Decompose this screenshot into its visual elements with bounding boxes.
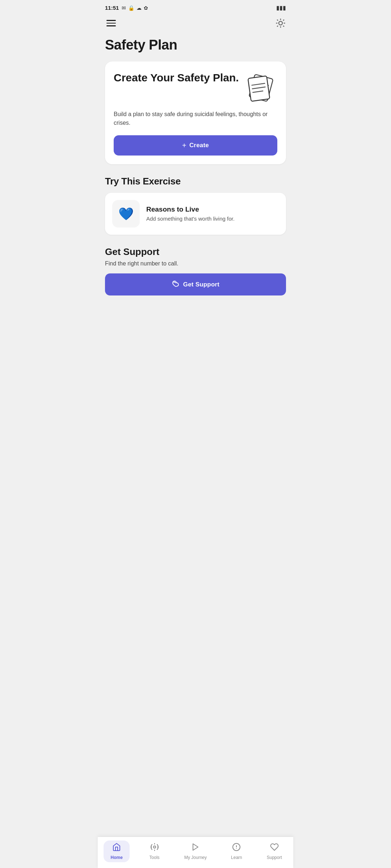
get-support-button[interactable]: Get Support (105, 273, 286, 295)
svg-marker-18 (193, 844, 198, 850)
nav-item-support[interactable]: Support (261, 841, 287, 862)
status-bar-right: ▮▮▮ (276, 4, 286, 11)
nav-label-learn: Learn (231, 855, 242, 860)
exercise-section-title: Try This Exercise (105, 176, 286, 187)
exercise-card[interactable]: 💙 Reasons to Live Add something that's w… (105, 193, 286, 235)
cloud-icon: ☁ (136, 5, 142, 11)
svg-point-0 (279, 21, 282, 25)
svg-point-17 (154, 846, 156, 848)
heart-outline-icon (172, 280, 180, 289)
create-button[interactable]: + Create (114, 135, 277, 156)
top-nav (98, 14, 293, 34)
hamburger-line-3 (106, 25, 116, 26)
tools-icon (150, 843, 159, 854)
svg-line-6 (283, 26, 284, 27)
main-content: Safety Plan Create Your Safety Plan. (98, 34, 293, 332)
nav-item-home[interactable]: Home (104, 841, 130, 862)
status-icons: ✉ 🔒 ☁ ✿ (122, 5, 148, 11)
card-header: Create Your Safety Plan. (114, 72, 277, 104)
mail-icon: ✉ (122, 5, 126, 11)
exercise-content: Reasons to Live Add something that's wor… (146, 205, 279, 222)
home-icon (112, 843, 121, 854)
support-icon (270, 843, 279, 854)
card-illustration (245, 72, 277, 104)
theme-toggle-button[interactable] (275, 18, 286, 29)
hamburger-line-1 (106, 20, 116, 21)
heart-filled-icon: 💙 (118, 207, 134, 221)
svg-line-7 (283, 20, 284, 21)
hamburger-line-2 (106, 23, 116, 24)
my-journey-icon (191, 843, 200, 854)
support-section-title: Get Support (105, 246, 286, 258)
menu-button[interactable] (105, 18, 117, 28)
documents-icon (246, 73, 277, 103)
activity-icon: ✿ (144, 5, 148, 11)
exercise-title: Reasons to Live (146, 205, 279, 213)
bottom-navigation: Home Tools My Journey Learn (98, 837, 293, 868)
get-support-button-label: Get Support (183, 281, 219, 288)
svg-rect-13 (248, 76, 269, 101)
lock-icon: 🔒 (128, 5, 134, 11)
nav-label-support: Support (267, 855, 282, 860)
nav-label-tools: Tools (150, 855, 160, 860)
status-bar-left: 11:51 ✉ 🔒 ☁ ✿ (105, 5, 148, 11)
battery-icon: ▮▮▮ (276, 4, 286, 11)
nav-item-tools[interactable]: Tools (142, 841, 168, 862)
status-bar: 11:51 ✉ 🔒 ☁ ✿ ▮▮▮ (98, 0, 293, 14)
learn-icon (232, 843, 241, 854)
card-title: Create Your Safety Plan. (114, 72, 245, 84)
nav-item-learn[interactable]: Learn (223, 841, 249, 862)
sun-icon (275, 18, 286, 29)
exercise-description: Add something that's worth living for. (146, 215, 279, 222)
status-time: 11:51 (105, 5, 119, 11)
safety-plan-card: Create Your Safety Plan. (105, 61, 286, 164)
nav-item-my-journey[interactable]: My Journey (179, 841, 212, 862)
nav-label-home: Home (111, 855, 123, 860)
svg-line-8 (277, 26, 278, 27)
create-button-label: Create (189, 142, 209, 149)
page-title: Safety Plan (105, 37, 286, 53)
card-description: Build a plan to stay safe during suicida… (114, 110, 277, 127)
support-description: Find the right number to call. (105, 260, 286, 267)
exercise-icon-wrap: 💙 (112, 200, 140, 227)
svg-line-5 (277, 20, 278, 21)
nav-label-my-journey: My Journey (184, 855, 207, 860)
plus-icon: + (182, 142, 186, 149)
